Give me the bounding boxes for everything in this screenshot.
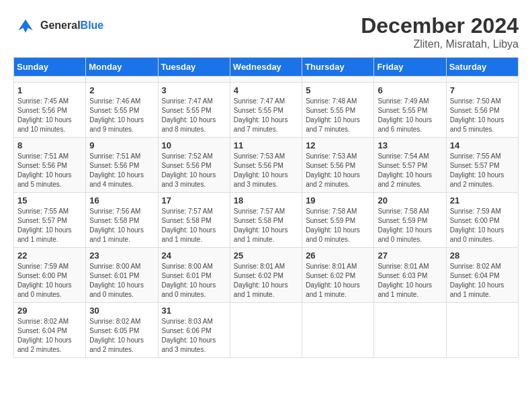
title-block: December 2024 Zliten, Misratah, Libya bbox=[361, 13, 519, 50]
calendar-subtitle: Zliten, Misratah, Libya bbox=[361, 38, 519, 50]
day-number: 22 bbox=[17, 250, 82, 261]
day-number: 12 bbox=[306, 140, 370, 150]
calendar-cell bbox=[86, 77, 158, 83]
calendar-cell: 13Sunrise: 7:54 AM Sunset: 5:57 PM Dayli… bbox=[374, 138, 446, 193]
calendar-cell: 9Sunrise: 7:51 AM Sunset: 5:56 PM Daylig… bbox=[86, 138, 158, 193]
day-number: 4 bbox=[234, 85, 298, 95]
page-header: GeneralBlue December 2024 Zliten, Misrat… bbox=[13, 13, 519, 50]
day-number: 16 bbox=[89, 195, 154, 205]
calendar-cell: 6Sunrise: 7:49 AM Sunset: 5:55 PM Daylig… bbox=[374, 83, 446, 138]
calendar-cell: 20Sunrise: 7:58 AM Sunset: 5:59 PM Dayli… bbox=[374, 193, 446, 248]
day-info: Sunrise: 7:59 AM Sunset: 6:00 PM Dayligh… bbox=[17, 262, 82, 300]
day-info: Sunrise: 8:01 AM Sunset: 6:03 PM Dayligh… bbox=[378, 262, 442, 300]
day-number: 21 bbox=[450, 195, 515, 205]
day-info: Sunrise: 7:54 AM Sunset: 5:57 PM Dayligh… bbox=[378, 152, 442, 189]
header-day-wednesday: Wednesday bbox=[230, 58, 302, 77]
logo-icon bbox=[13, 13, 38, 38]
day-number: 8 bbox=[17, 140, 82, 150]
calendar-cell: 25Sunrise: 8:01 AM Sunset: 6:02 PM Dayli… bbox=[230, 248, 302, 303]
calendar-cell: 8Sunrise: 7:51 AM Sunset: 5:56 PM Daylig… bbox=[14, 138, 86, 193]
calendar-cell: 26Sunrise: 8:01 AM Sunset: 6:02 PM Dayli… bbox=[302, 248, 374, 303]
calendar-cell: 23Sunrise: 8:00 AM Sunset: 6:01 PM Dayli… bbox=[86, 248, 158, 303]
calendar-cell: 22Sunrise: 7:59 AM Sunset: 6:00 PM Dayli… bbox=[14, 248, 86, 303]
calendar-cell bbox=[446, 303, 518, 358]
day-info: Sunrise: 8:03 AM Sunset: 6:06 PM Dayligh… bbox=[162, 317, 226, 355]
day-info: Sunrise: 7:55 AM Sunset: 5:57 PM Dayligh… bbox=[450, 152, 515, 189]
day-info: Sunrise: 7:47 AM Sunset: 5:55 PM Dayligh… bbox=[234, 97, 298, 134]
calendar-cell bbox=[446, 77, 518, 83]
day-number: 17 bbox=[162, 195, 226, 205]
week-row-4: 15Sunrise: 7:55 AM Sunset: 5:57 PM Dayli… bbox=[14, 193, 519, 248]
day-number: 31 bbox=[162, 306, 226, 316]
day-number: 28 bbox=[450, 250, 515, 261]
calendar-cell: 12Sunrise: 7:53 AM Sunset: 5:56 PM Dayli… bbox=[302, 138, 374, 193]
calendar-cell: 15Sunrise: 7:55 AM Sunset: 5:57 PM Dayli… bbox=[14, 193, 86, 248]
day-number: 6 bbox=[378, 85, 442, 95]
calendar-cell bbox=[230, 77, 302, 83]
calendar-cell: 10Sunrise: 7:52 AM Sunset: 5:56 PM Dayli… bbox=[158, 138, 230, 193]
calendar-cell bbox=[302, 303, 374, 358]
calendar-cell: 14Sunrise: 7:55 AM Sunset: 5:57 PM Dayli… bbox=[446, 138, 518, 193]
day-info: Sunrise: 7:49 AM Sunset: 5:55 PM Dayligh… bbox=[378, 97, 442, 134]
calendar-cell bbox=[302, 77, 374, 83]
calendar-cell: 18Sunrise: 7:57 AM Sunset: 5:58 PM Dayli… bbox=[230, 193, 302, 248]
day-number: 18 bbox=[234, 195, 298, 205]
calendar-cell: 27Sunrise: 8:01 AM Sunset: 6:03 PM Dayli… bbox=[374, 248, 446, 303]
day-number: 25 bbox=[234, 250, 298, 261]
day-info: Sunrise: 8:00 AM Sunset: 6:01 PM Dayligh… bbox=[162, 262, 226, 300]
week-row-1 bbox=[14, 77, 519, 83]
calendar-cell: 4Sunrise: 7:47 AM Sunset: 5:55 PM Daylig… bbox=[230, 83, 302, 138]
day-info: Sunrise: 8:02 AM Sunset: 6:05 PM Dayligh… bbox=[89, 317, 154, 355]
day-info: Sunrise: 7:53 AM Sunset: 5:56 PM Dayligh… bbox=[306, 152, 370, 189]
calendar-cell: 3Sunrise: 7:47 AM Sunset: 5:55 PM Daylig… bbox=[158, 83, 230, 138]
day-info: Sunrise: 8:00 AM Sunset: 6:01 PM Dayligh… bbox=[89, 262, 154, 300]
week-row-6: 29Sunrise: 8:02 AM Sunset: 6:04 PM Dayli… bbox=[14, 303, 519, 358]
week-row-3: 8Sunrise: 7:51 AM Sunset: 5:56 PM Daylig… bbox=[14, 138, 519, 193]
header-day-tuesday: Tuesday bbox=[158, 58, 230, 77]
day-info: Sunrise: 7:51 AM Sunset: 5:56 PM Dayligh… bbox=[17, 152, 82, 189]
calendar-cell: 21Sunrise: 7:59 AM Sunset: 6:00 PM Dayli… bbox=[446, 193, 518, 248]
calendar-cell bbox=[14, 77, 86, 83]
day-number: 2 bbox=[89, 85, 154, 95]
calendar-cell: 7Sunrise: 7:50 AM Sunset: 5:56 PM Daylig… bbox=[446, 83, 518, 138]
calendar-cell: 30Sunrise: 8:02 AM Sunset: 6:05 PM Dayli… bbox=[86, 303, 158, 358]
day-number: 24 bbox=[162, 250, 226, 261]
day-info: Sunrise: 7:52 AM Sunset: 5:56 PM Dayligh… bbox=[162, 152, 226, 189]
calendar-cell: 24Sunrise: 8:00 AM Sunset: 6:01 PM Dayli… bbox=[158, 248, 230, 303]
day-info: Sunrise: 7:47 AM Sunset: 5:55 PM Dayligh… bbox=[162, 97, 226, 134]
day-number: 23 bbox=[89, 250, 154, 261]
logo: GeneralBlue bbox=[13, 13, 103, 38]
header-day-monday: Monday bbox=[86, 58, 158, 77]
calendar-cell: 1Sunrise: 7:45 AM Sunset: 5:56 PM Daylig… bbox=[14, 83, 86, 138]
day-number: 19 bbox=[306, 195, 370, 205]
day-number: 13 bbox=[378, 140, 442, 150]
day-number: 29 bbox=[17, 306, 82, 316]
day-info: Sunrise: 7:46 AM Sunset: 5:55 PM Dayligh… bbox=[89, 97, 154, 134]
calendar-cell: 2Sunrise: 7:46 AM Sunset: 5:55 PM Daylig… bbox=[86, 83, 158, 138]
calendar-cell: 29Sunrise: 8:02 AM Sunset: 6:04 PM Dayli… bbox=[14, 303, 86, 358]
day-number: 27 bbox=[378, 250, 442, 261]
day-info: Sunrise: 7:50 AM Sunset: 5:56 PM Dayligh… bbox=[450, 97, 515, 134]
header-day-saturday: Saturday bbox=[446, 58, 518, 77]
calendar-cell bbox=[374, 77, 446, 83]
day-number: 5 bbox=[306, 85, 370, 95]
calendar-cell: 11Sunrise: 7:53 AM Sunset: 5:56 PM Dayli… bbox=[230, 138, 302, 193]
day-info: Sunrise: 8:01 AM Sunset: 6:02 PM Dayligh… bbox=[234, 262, 298, 300]
week-row-5: 22Sunrise: 7:59 AM Sunset: 6:00 PM Dayli… bbox=[14, 248, 519, 303]
calendar-cell: 5Sunrise: 7:48 AM Sunset: 5:55 PM Daylig… bbox=[302, 83, 374, 138]
week-row-2: 1Sunrise: 7:45 AM Sunset: 5:56 PM Daylig… bbox=[14, 83, 519, 138]
day-number: 9 bbox=[89, 140, 154, 150]
day-info: Sunrise: 7:45 AM Sunset: 5:56 PM Dayligh… bbox=[17, 97, 82, 134]
day-info: Sunrise: 8:01 AM Sunset: 6:02 PM Dayligh… bbox=[306, 262, 370, 300]
header-day-sunday: Sunday bbox=[14, 58, 86, 77]
calendar-cell bbox=[158, 77, 230, 83]
calendar-table: SundayMondayTuesdayWednesdayThursdayFrid… bbox=[13, 57, 519, 358]
day-info: Sunrise: 7:51 AM Sunset: 5:56 PM Dayligh… bbox=[89, 152, 154, 189]
day-info: Sunrise: 7:57 AM Sunset: 5:58 PM Dayligh… bbox=[162, 207, 226, 244]
day-number: 26 bbox=[306, 250, 370, 261]
day-number: 3 bbox=[162, 85, 226, 95]
calendar-cell: 28Sunrise: 8:02 AM Sunset: 6:04 PM Dayli… bbox=[446, 248, 518, 303]
day-info: Sunrise: 7:55 AM Sunset: 5:57 PM Dayligh… bbox=[17, 207, 82, 244]
header-row: SundayMondayTuesdayWednesdayThursdayFrid… bbox=[14, 58, 519, 77]
day-number: 30 bbox=[89, 306, 154, 316]
